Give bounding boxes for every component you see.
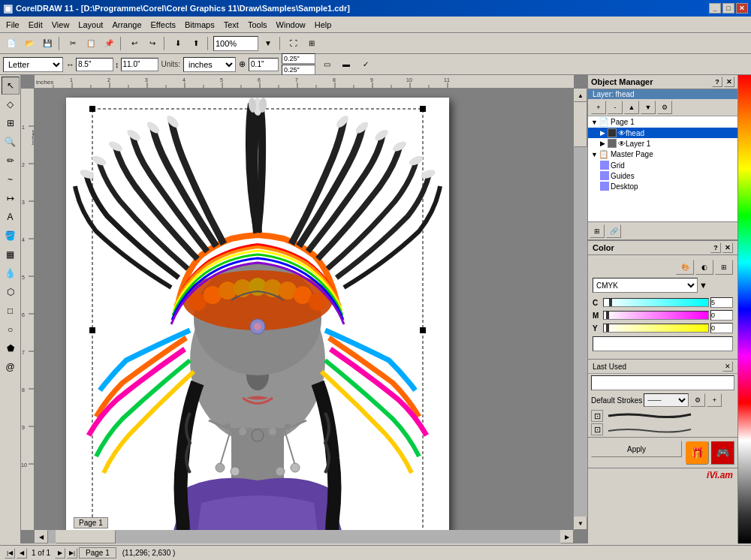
- interactive-tool[interactable]: ▦: [2, 245, 20, 263]
- menu-tools[interactable]: Tools: [243, 19, 272, 31]
- fhead-item[interactable]: ▶ 👁 fhead: [588, 128, 737, 138]
- magenta-value[interactable]: [710, 310, 733, 321]
- obj-mgr-btn1[interactable]: ⊞: [590, 224, 605, 238]
- units-select[interactable]: inches mm cm: [183, 57, 236, 72]
- menu-bitmaps[interactable]: Bitmaps: [180, 19, 219, 31]
- promo-icon1[interactable]: 🎁: [685, 441, 709, 465]
- undo-button[interactable]: ↩: [126, 35, 143, 52]
- layer1-item[interactable]: ▶ 👁 Layer 1: [588, 138, 737, 149]
- export-button[interactable]: ⬆: [188, 35, 204, 52]
- freehand-tool[interactable]: ✏: [2, 152, 20, 170]
- shape-tool[interactable]: ◇: [2, 95, 20, 113]
- color-panel-help[interactable]: ?: [710, 242, 721, 253]
- nudge-input[interactable]: [249, 58, 279, 71]
- close-button[interactable]: ✕: [736, 3, 748, 14]
- scroll-down-button[interactable]: ▼: [574, 516, 587, 530]
- text-tool[interactable]: A: [2, 208, 20, 226]
- scroll-up-button[interactable]: ▲: [574, 89, 587, 102]
- orientation-landscape[interactable]: ▬: [338, 56, 354, 73]
- vscroll-thumb[interactable]: [574, 102, 587, 147]
- menu-arrange[interactable]: Arrange: [107, 19, 146, 31]
- color-strip[interactable]: [737, 75, 751, 543]
- strokes-close[interactable]: ✕: [722, 361, 733, 372]
- promo-icon2[interactable]: 🎮: [710, 441, 734, 465]
- yellow-slider[interactable]: [603, 324, 709, 333]
- window-controls[interactable]: _ □ ✕: [709, 3, 748, 14]
- hscroll-thumb[interactable]: [56, 530, 116, 543]
- scroll-left-button[interactable]: ◀: [35, 530, 48, 543]
- width-input[interactable]: [76, 58, 113, 71]
- maximize-button[interactable]: □: [722, 3, 734, 14]
- cyan-value[interactable]: [710, 297, 733, 308]
- panel-help-button[interactable]: ?: [712, 77, 722, 87]
- copy-button[interactable]: 📋: [83, 35, 99, 52]
- panel-close-button[interactable]: ✕: [724, 77, 734, 87]
- orientation-portrait[interactable]: ▭: [318, 56, 335, 73]
- stroke-style-select[interactable]: —— - - -: [644, 393, 689, 407]
- guides-item[interactable]: Guides: [588, 170, 737, 181]
- height-input[interactable]: [121, 58, 158, 71]
- app-launcher-button[interactable]: ⊞: [303, 35, 320, 52]
- zoom-input[interactable]: [213, 36, 258, 51]
- color-panel-close[interactable]: ✕: [722, 242, 733, 253]
- yellow-value[interactable]: [710, 323, 733, 333]
- eyedropper-tool[interactable]: 💧: [2, 264, 20, 282]
- menu-help[interactable]: Help: [310, 19, 336, 31]
- stroke-settings-btn[interactable]: ⚙: [690, 393, 705, 407]
- obj-mgr-btn2[interactable]: 🔗: [606, 224, 621, 238]
- cut-button[interactable]: ✂: [65, 35, 81, 52]
- first-page-button[interactable]: |◀: [5, 548, 15, 558]
- zoom-tool[interactable]: 🔍: [2, 133, 20, 151]
- fill-tool[interactable]: 🪣: [2, 227, 20, 245]
- full-screen-button[interactable]: ⛶: [285, 35, 302, 52]
- menu-layout[interactable]: Layout: [74, 19, 107, 31]
- menu-view[interactable]: View: [47, 19, 74, 31]
- magenta-slider[interactable]: [603, 311, 709, 320]
- color-visual-btn[interactable]: 🎨: [676, 260, 694, 275]
- scroll-right-button[interactable]: ▶: [560, 530, 574, 543]
- paste-button[interactable]: 📌: [101, 35, 117, 52]
- apply-button[interactable]: ✓: [357, 56, 374, 73]
- select-tool[interactable]: ↖: [2, 77, 20, 95]
- grid-item[interactable]: Grid: [588, 160, 737, 170]
- prev-page-button[interactable]: ◀: [17, 548, 27, 558]
- offset-y-input[interactable]: [282, 65, 315, 75]
- open-button[interactable]: 📂: [21, 35, 38, 52]
- smart-draw-tool[interactable]: ~: [2, 170, 20, 188]
- page1-item[interactable]: ▼ 📄 Page 1: [588, 116, 737, 128]
- minimize-button[interactable]: _: [709, 3, 721, 14]
- cyan-slider[interactable]: [603, 298, 709, 307]
- rectangle-tool[interactable]: □: [2, 302, 20, 320]
- polygon-tool[interactable]: ⬟: [2, 339, 20, 357]
- outline-tool[interactable]: ⬡: [2, 283, 20, 301]
- menu-edit[interactable]: Edit: [24, 19, 47, 31]
- layer-move-down-button[interactable]: ▼: [641, 101, 656, 114]
- ellipse-tool[interactable]: ○: [2, 321, 20, 339]
- color-wheel-btn[interactable]: ◐: [695, 260, 713, 275]
- save-button[interactable]: 💾: [39, 35, 56, 52]
- master-page-item[interactable]: ▼ 📋 Master Page: [588, 149, 737, 160]
- layer-settings-button[interactable]: ⚙: [657, 101, 672, 114]
- offset-x-input[interactable]: [282, 53, 315, 64]
- color-model-select[interactable]: CMYK RGB HSB: [593, 278, 698, 293]
- apply-button[interactable]: Apply: [591, 441, 682, 457]
- desktop-item[interactable]: Desktop: [588, 181, 737, 191]
- page-tab[interactable]: Page 1: [79, 547, 116, 558]
- layer-add-button[interactable]: +: [591, 101, 606, 114]
- last-page-button[interactable]: ▶|: [67, 548, 77, 558]
- redo-button[interactable]: ↪: [144, 35, 161, 52]
- dimension-tool[interactable]: ↦: [2, 189, 20, 207]
- crop-tool[interactable]: ⊞: [2, 114, 20, 132]
- layer-delete-button[interactable]: -: [608, 101, 623, 114]
- layer-move-up-button[interactable]: ▲: [624, 101, 639, 114]
- menu-file[interactable]: File: [2, 19, 24, 31]
- color-picker-btn[interactable]: ⊞: [715, 260, 733, 275]
- spiral-tool[interactable]: @: [2, 358, 20, 376]
- menu-text[interactable]: Text: [219, 19, 243, 31]
- import-button[interactable]: ⬇: [170, 35, 186, 52]
- menu-effects[interactable]: Effects: [146, 19, 180, 31]
- zoom-dropdown[interactable]: ▼: [260, 35, 276, 52]
- stroke-add-btn[interactable]: +: [707, 393, 722, 407]
- menu-window[interactable]: Window: [272, 19, 310, 31]
- paper-size-select[interactable]: Letter A4 Legal: [3, 57, 63, 72]
